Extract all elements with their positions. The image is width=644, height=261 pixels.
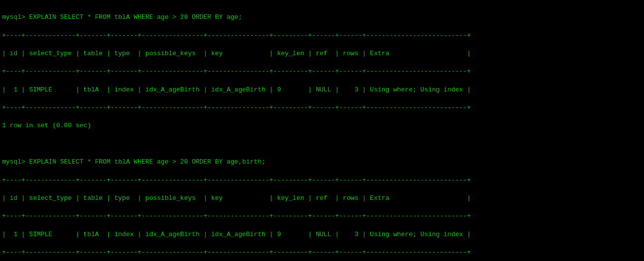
terminal-window: mysql> EXPLAIN SELECT * FROM tblA WHERE … (2, 4, 642, 261)
block2-sep-top: +----+-------------+-------+-------+----… (2, 176, 642, 185)
block1-sep-bot: +----+-------------+-------+-------+----… (2, 103, 642, 112)
block2-header: | id | select_type | table | type | poss… (2, 194, 642, 203)
block1-sep-mid: +----+-------------+-------+-------+----… (2, 67, 642, 76)
block1-data: | 1 | SIMPLE | tblA | index | idx_A_ageB… (2, 86, 642, 94)
block2-prompt: mysql> EXPLAIN SELECT * FROM tblA WHERE … (2, 158, 642, 167)
block1-sep-top: +----+-------------+-------+-------+----… (2, 31, 642, 40)
block1-result: 1 row in set (0.00 sec) (2, 121, 642, 130)
block2-sep-bot: +----+-------------+-------+-------+----… (2, 248, 642, 257)
blank1 (2, 140, 642, 149)
block1-prompt: mysql> EXPLAIN SELECT * FROM tblA WHERE … (2, 13, 642, 22)
block2-data: | 1 | SIMPLE | tblA | index | idx_A_ageB… (2, 230, 642, 239)
block2-sep-mid: +----+-------------+-------+-------+----… (2, 212, 642, 221)
block1-header: | id | select_type | table | type | poss… (2, 49, 642, 58)
